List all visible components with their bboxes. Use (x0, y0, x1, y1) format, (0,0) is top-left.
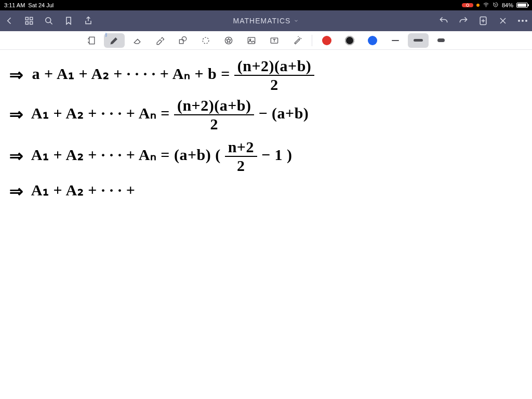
thickness-thick[interactable] (431, 33, 451, 48)
status-date: Sat 24 Jul (28, 2, 54, 8)
thumbnails-button[interactable] (24, 16, 34, 26)
svg-point-6 (46, 18, 51, 23)
favorites-tool[interactable] (218, 33, 239, 48)
implies-arrow-icon: ⇒ (9, 146, 24, 166)
status-left: 3:11 AM Sat 24 Jul (4, 2, 54, 8)
line2-fraction: (n+2)(a+b) 2 (174, 98, 255, 132)
color-blue[interactable] (362, 33, 383, 48)
color-black[interactable] (339, 33, 360, 48)
chevron-down-icon (294, 18, 299, 23)
text-tool[interactable] (264, 33, 285, 48)
record-icon (466, 4, 469, 7)
svg-rect-5 (30, 22, 33, 24)
header-right-group (438, 16, 528, 26)
battery-percent: 84% (502, 2, 513, 8)
line2-lhs: A₁ + A₂ + · · · + Aₙ = (31, 104, 170, 122)
highlighter-tool[interactable] (150, 33, 170, 48)
color-red[interactable] (316, 33, 337, 48)
eraser-tool[interactable] (127, 33, 148, 48)
redo-button[interactable] (458, 16, 469, 26)
bookmark-button[interactable] (63, 16, 74, 26)
svg-point-15 (182, 36, 186, 41)
implies-arrow-icon: ⇒ (9, 104, 24, 124)
line3-tail: − 1 ) (261, 146, 292, 163)
line2-tail: − (a+b) (258, 104, 309, 122)
pen-tool[interactable]: ᛒ (104, 33, 125, 48)
svg-rect-13 (89, 37, 94, 44)
back-button[interactable] (4, 16, 15, 26)
screen-recording-indicator[interactable] (462, 3, 473, 7)
handwriting-line-3: ⇒ A₁ + A₂ + · · · + Aₙ = (a+b) ( n+2 2 −… (9, 139, 292, 174)
mic-in-use-indicator (476, 4, 480, 7)
svg-rect-3 (30, 17, 33, 20)
battery-icon (516, 3, 528, 8)
status-time: 3:11 AM (4, 2, 25, 8)
image-tool[interactable] (241, 33, 262, 48)
more-button[interactable] (517, 16, 528, 26)
line1-lhs: a + A₁ + A₂ + · · · · + Aₙ + b = (32, 65, 230, 82)
thickness-thin[interactable] (385, 33, 406, 48)
note-canvas[interactable]: ⇒ a + A₁ + A₂ + · · · · + Aₙ + b = (n+2)… (0, 50, 532, 399)
thickness-medium[interactable] (408, 33, 429, 48)
close-button[interactable] (498, 16, 508, 26)
implies-arrow-icon: ⇒ (9, 181, 24, 201)
implies-arrow-icon: ⇒ (9, 65, 24, 85)
wifi-icon (483, 2, 489, 9)
orientation-lock-icon (493, 2, 499, 9)
app-header: MATHEMATICS (0, 10, 532, 31)
handwriting-line-1: ⇒ a + A₁ + A₂ + · · · · + Aₙ + b = (n+2)… (9, 58, 314, 92)
shapes-tool[interactable] (172, 33, 193, 48)
share-button[interactable] (83, 16, 94, 26)
toolbar-divider (312, 35, 312, 46)
status-right: 84% (462, 2, 528, 9)
line3-fraction: n+2 2 (225, 139, 257, 174)
page-view-tool[interactable] (81, 33, 102, 48)
svg-rect-18 (248, 37, 255, 44)
undo-button[interactable] (438, 16, 449, 26)
line1-fraction: (n+2)(a+b) 2 (234, 58, 315, 92)
ipad-status-bar: 3:11 AM Sat 24 Jul 84% (0, 0, 532, 10)
search-button[interactable] (44, 16, 54, 26)
bluetooth-icon: ᛒ (105, 32, 108, 37)
line3-lhs: A₁ + A₂ + · · · + Aₙ = (a+b) ( (31, 146, 221, 163)
header-left-group (4, 16, 94, 26)
drawing-toolbar: ᛒ (0, 31, 532, 50)
svg-point-0 (486, 6, 486, 7)
doc-title-text: MATHEMATICS (233, 17, 291, 25)
svg-point-16 (203, 37, 209, 44)
laser-tool[interactable] (287, 33, 308, 48)
add-page-button[interactable] (478, 16, 488, 26)
handwriting-line-2: ⇒ A₁ + A₂ + · · · + Aₙ = (n+2)(a+b) 2 − … (9, 98, 309, 132)
svg-rect-4 (25, 22, 28, 24)
svg-rect-1 (495, 4, 496, 6)
handwriting-line-4: ⇒ A₁ + A₂ + · · · + (9, 180, 135, 200)
svg-rect-2 (25, 17, 28, 20)
lasso-tool[interactable] (195, 33, 216, 48)
doc-title[interactable]: MATHEMATICS (102, 17, 430, 25)
svg-line-7 (50, 22, 52, 24)
line4-text: A₁ + A₂ + · · · + (31, 181, 135, 198)
